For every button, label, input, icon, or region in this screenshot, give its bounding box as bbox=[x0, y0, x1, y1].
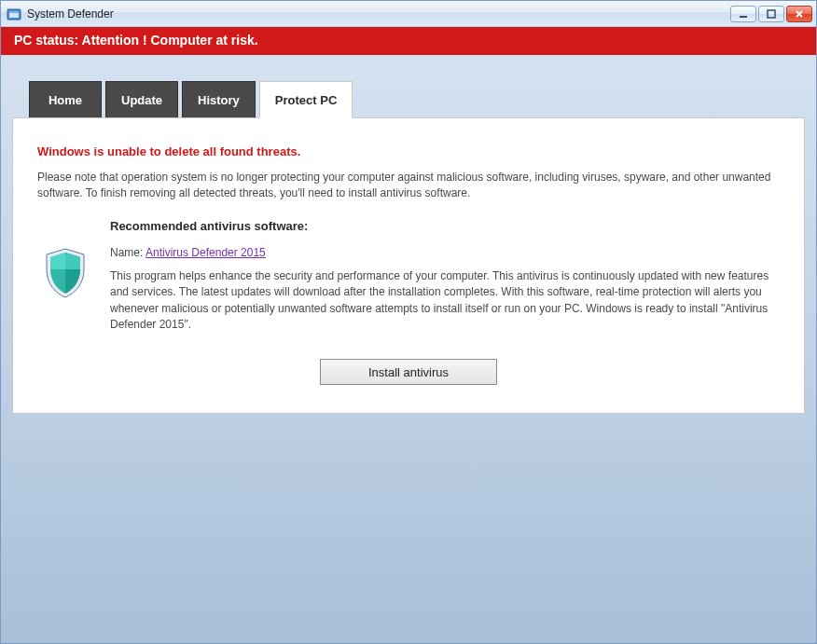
recommendation-content: Recommended antivirus software: Name: An… bbox=[110, 219, 780, 334]
minimize-button[interactable] bbox=[730, 6, 756, 22]
recommendation-title: Recommended antivirus software: bbox=[110, 219, 780, 233]
window-title: System Defender bbox=[27, 7, 730, 21]
tab-home[interactable]: Home bbox=[29, 81, 102, 118]
svg-rect-3 bbox=[740, 16, 747, 18]
install-antivirus-button[interactable]: Install antivirus bbox=[320, 359, 497, 385]
tab-label: Protect PC bbox=[275, 93, 337, 107]
status-text: PC status: Attention ! Computer at risk. bbox=[14, 33, 258, 48]
tab-label: History bbox=[198, 93, 240, 107]
install-row: Install antivirus bbox=[37, 359, 780, 385]
content-area: Home Update History Protect PC Windows i… bbox=[1, 55, 816, 643]
tab-protect-pc[interactable]: Protect PC bbox=[259, 81, 353, 118]
product-description: This program helps enhance the security … bbox=[110, 268, 780, 334]
tab-label: Update bbox=[121, 93, 162, 107]
shield-column bbox=[37, 219, 93, 334]
tab-update[interactable]: Update bbox=[105, 81, 178, 118]
product-name-line: Name: Antivirus Defender 2015 bbox=[110, 246, 780, 259]
maximize-button[interactable] bbox=[758, 6, 784, 22]
window-controls bbox=[730, 6, 812, 22]
app-window: System Defender PC status: Attention ! C… bbox=[0, 0, 817, 644]
tab-bar: Home Update History Protect PC bbox=[12, 81, 805, 118]
svg-rect-4 bbox=[768, 10, 775, 18]
close-button[interactable] bbox=[786, 6, 812, 22]
shield-icon bbox=[43, 247, 88, 302]
recommendation-block: Recommended antivirus software: Name: An… bbox=[37, 219, 780, 334]
title-bar: System Defender bbox=[1, 1, 816, 27]
panel-heading: Windows is unable to delete all found th… bbox=[37, 144, 780, 158]
app-icon bbox=[7, 7, 21, 21]
main-panel: Windows is unable to delete all found th… bbox=[12, 117, 805, 414]
panel-body-text: Please note that operation system is no … bbox=[37, 170, 780, 202]
product-link[interactable]: Antivirus Defender 2015 bbox=[145, 246, 266, 259]
tab-history[interactable]: History bbox=[182, 81, 256, 118]
svg-rect-2 bbox=[9, 11, 19, 13]
tab-label: Home bbox=[48, 93, 82, 107]
status-bar: PC status: Attention ! Computer at risk. bbox=[1, 27, 816, 55]
name-label: Name: bbox=[110, 246, 145, 259]
